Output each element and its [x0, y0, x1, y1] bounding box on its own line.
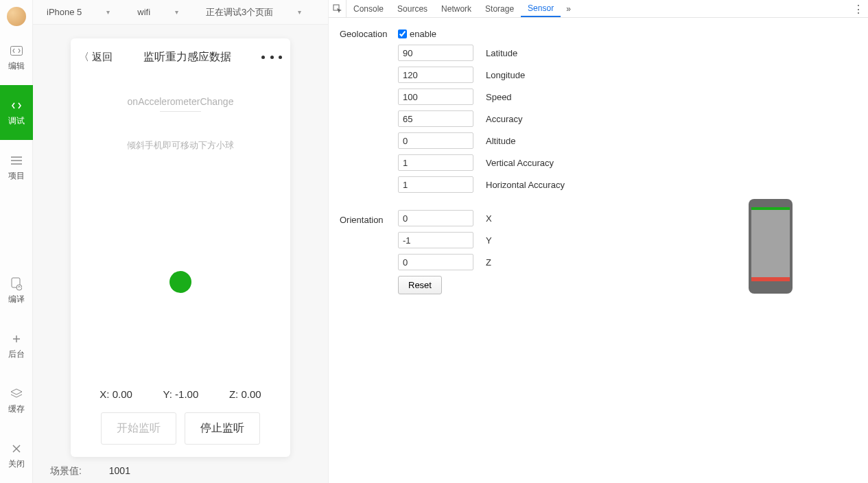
devtools-menu-button[interactable]: ⋮ — [853, 3, 864, 16]
speed-input[interactable] — [398, 89, 473, 105]
vertical-accuracy-input[interactable] — [398, 154, 473, 171]
phone-frame: 〈 返回 监听重力感应数据 onAccelerometerChange 倾斜手机… — [71, 38, 290, 457]
chevron-down-icon: ▾ — [298, 8, 301, 16]
field-label: Accuracy — [486, 114, 522, 124]
back-label: 返回 — [92, 51, 113, 64]
sidebar-item-close[interactable]: 关闭 — [0, 428, 33, 483]
debug-status-select[interactable]: 正在调试3个页面 ▾ — [206, 6, 301, 19]
sidebar-item-label: 项目 — [8, 170, 25, 182]
close-icon — [10, 442, 23, 456]
background-icon — [10, 332, 23, 346]
horizontal-accuracy-input[interactable] — [398, 176, 473, 193]
inspect-element-button[interactable] — [329, 0, 347, 18]
sidebar-item-edit[interactable]: 编辑 — [0, 30, 33, 85]
more-button[interactable] — [261, 56, 282, 59]
sidebar-item-background[interactable]: 后台 — [0, 318, 33, 373]
debug-icon — [10, 99, 23, 113]
orientation-y-input[interactable] — [398, 232, 473, 248]
sidebar-item-label: 后台 — [8, 349, 25, 360]
orientation-device-preview[interactable] — [749, 199, 793, 294]
scene-value-row: 场景值: 1001 — [50, 465, 130, 478]
field-label: Speed — [486, 92, 512, 102]
button-row: 开始监听 停止监听 — [71, 412, 290, 445]
chevron-down-icon: ▾ — [175, 8, 178, 16]
geolocation-label: Geolocation — [340, 29, 398, 39]
sidebar-item-label: 关闭 — [8, 458, 25, 470]
tab-network[interactable]: Network — [434, 0, 478, 17]
sidebar-item-debug[interactable]: 调试 — [0, 85, 33, 140]
simulator-area: 〈 返回 监听重力感应数据 onAccelerometerChange 倾斜手机… — [33, 25, 328, 483]
avatar[interactable] — [7, 7, 26, 26]
tab-console[interactable]: Console — [347, 0, 390, 17]
code-icon — [10, 44, 23, 58]
enable-checkbox[interactable] — [398, 30, 407, 38]
sidebar-item-cache[interactable]: 缓存 — [0, 373, 33, 428]
devtools-panel: Console Sources Network Storage Sensor »… — [328, 0, 868, 483]
tab-sensor[interactable]: Sensor — [521, 0, 561, 17]
page-title: 监听重力感应数据 — [143, 50, 231, 64]
reading-y: Y: -1.00 — [163, 388, 199, 400]
api-name-block: onAccelerometerChange — [71, 96, 290, 112]
reset-button[interactable]: Reset — [398, 276, 442, 294]
altitude-input[interactable] — [398, 132, 473, 149]
api-name: onAccelerometerChange — [71, 96, 290, 107]
tabs-overflow-button[interactable]: » — [561, 4, 576, 14]
longitude-input[interactable] — [398, 67, 473, 83]
debug-status-label: 正在调试3个页面 — [206, 6, 273, 19]
device-select[interactable]: iPhone 5 ▾ — [47, 7, 110, 17]
scene-label: 场景值: — [50, 465, 82, 476]
compile-icon — [10, 277, 23, 291]
tab-storage[interactable]: Storage — [478, 0, 521, 17]
field-label: Altitude — [486, 136, 515, 146]
hint-text: 倾斜手机即可移动下方小球 — [71, 139, 290, 152]
device-preview-screen — [751, 210, 790, 277]
layers-icon — [10, 387, 23, 401]
chevron-left-icon: 〈 — [79, 51, 89, 64]
orientation-x-input[interactable] — [398, 210, 473, 226]
sidebar-item-label: 编译 — [8, 294, 25, 305]
accuracy-input[interactable] — [398, 110, 473, 127]
ball — [169, 271, 191, 293]
tab-sources[interactable]: Sources — [390, 0, 434, 17]
enable-label: enable — [410, 29, 436, 39]
field-label: Latitude — [486, 48, 517, 58]
sidebar-item-label: 调试 — [8, 115, 25, 127]
sidebar-item-label: 编辑 — [8, 60, 25, 72]
device-select-label: iPhone 5 — [47, 7, 82, 17]
left-sidebar: 编辑 调试 项目 编译 后台 缓存 关闭 — [0, 0, 33, 483]
accel-readings: X: 0.00 Y: -1.00 Z: 0.00 — [71, 388, 290, 400]
orientation-z-input[interactable] — [398, 254, 473, 270]
network-select[interactable]: wifi ▾ — [137, 7, 178, 17]
field-label: Vertical Accuracy — [486, 158, 554, 168]
field-label: Longitude — [486, 70, 525, 80]
reading-x: X: 0.00 — [99, 388, 132, 400]
reading-z: Z: 0.00 — [229, 388, 261, 400]
enable-checkbox-wrap[interactable]: enable — [398, 29, 436, 39]
field-label: X — [486, 213, 492, 224]
sidebar-item-label: 缓存 — [8, 403, 25, 415]
stop-listen-button[interactable]: 停止监听 — [185, 412, 260, 445]
svg-rect-0 — [10, 46, 22, 55]
field-label: Z — [486, 257, 491, 268]
geolocation-fields: Latitude Longitude Speed Accuracy Altitu… — [398, 45, 857, 193]
field-label: Y — [486, 235, 492, 246]
orientation-label: Orientation — [340, 215, 398, 225]
svg-point-5 — [16, 285, 22, 290]
sidebar-item-project[interactable]: 项目 — [0, 140, 33, 195]
list-icon — [10, 154, 23, 167]
chevron-down-icon: ▾ — [106, 8, 110, 16]
phone-nav-bar: 〈 返回 监听重力感应数据 — [71, 38, 290, 69]
network-select-label: wifi — [137, 7, 150, 17]
start-listen-button[interactable]: 开始监听 — [101, 412, 176, 445]
devtools-toolbar: Console Sources Network Storage Sensor »… — [329, 0, 868, 18]
scene-value: 1001 — [109, 465, 130, 476]
divider — [160, 111, 201, 112]
back-button[interactable]: 〈 返回 — [79, 51, 113, 64]
field-label: Horizontal Accuracy — [486, 180, 565, 190]
ball-area — [71, 152, 290, 388]
sidebar-item-compile[interactable]: 编译 — [0, 263, 33, 318]
device-preview-home — [751, 281, 790, 291]
latitude-input[interactable] — [398, 45, 473, 61]
